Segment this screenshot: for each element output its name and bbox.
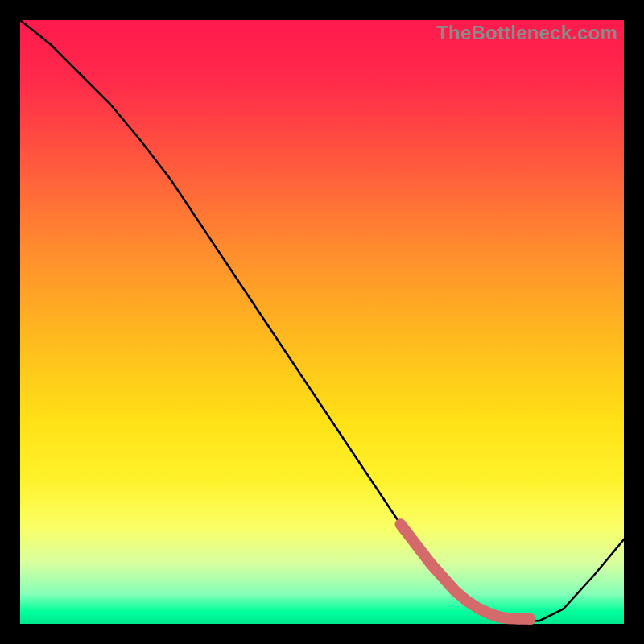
chart-container: TheBottleneck.com bbox=[0, 0, 644, 644]
highlight-segment bbox=[401, 524, 530, 619]
highlight-dot bbox=[495, 613, 505, 622]
highlight-dot bbox=[526, 614, 535, 624]
highlight-svg bbox=[20, 20, 624, 624]
plot-area: TheBottleneck.com bbox=[20, 20, 624, 624]
